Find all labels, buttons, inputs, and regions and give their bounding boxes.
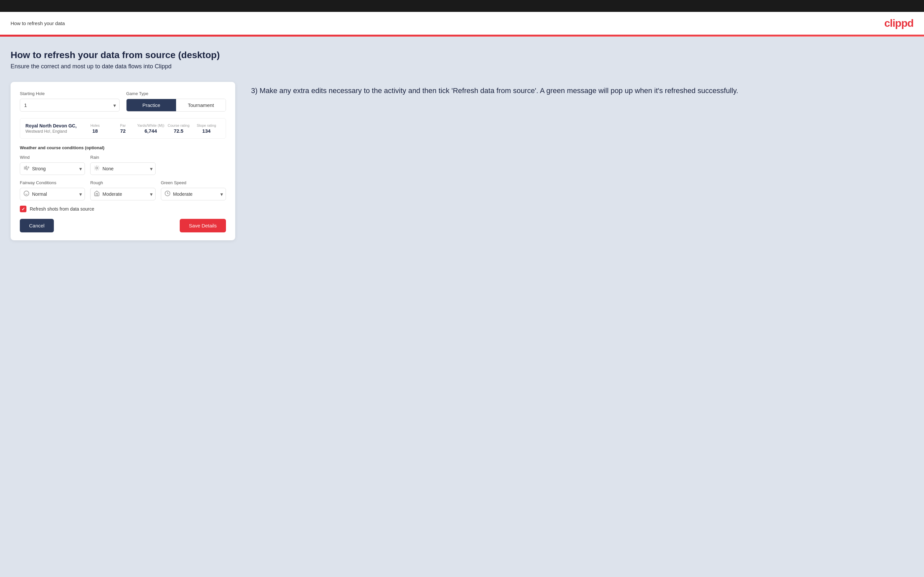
header-title: How to refresh your data: [11, 21, 65, 26]
yards-label: Yards/White (M)): [137, 124, 165, 127]
top-fields-row: Starting Hole 1 ▾ Game Type Practice Tou…: [20, 91, 226, 111]
header: How to refresh your data clippd: [0, 12, 924, 35]
rough-icon: [90, 190, 100, 198]
rain-label: Rain: [90, 155, 155, 160]
starting-hole-label: Starting Hole: [20, 91, 120, 96]
game-type-col: Game Type Practice Tournament: [126, 91, 226, 111]
svg-line-3: [95, 166, 95, 166]
starting-hole-col: Starting Hole 1 ▾: [20, 91, 120, 111]
top-bar: [0, 0, 924, 12]
save-button[interactable]: Save Details: [180, 219, 226, 232]
wind-select-wrapper: Strong None Light Moderate ▾: [20, 163, 85, 175]
logo: clippd: [884, 17, 913, 29]
green-speed-select[interactable]: Moderate Slow Fast: [170, 188, 226, 200]
refresh-checkbox[interactable]: ✓: [20, 206, 26, 212]
green-speed-select-wrapper: Moderate Slow Fast ▾: [161, 188, 226, 200]
slope-rating-label: Slope rating: [192, 124, 220, 127]
wind-rain-row: Wind Strong None Light Moderate ▾: [20, 155, 226, 175]
form-card: Starting Hole 1 ▾ Game Type Practice Tou…: [11, 82, 235, 240]
starting-hole-select[interactable]: 1: [20, 99, 119, 111]
main-content: How to refresh your data from source (de…: [0, 37, 924, 577]
empty-col: [161, 155, 226, 175]
button-row: Cancel Save Details: [20, 219, 226, 232]
side-text: 3) Make any extra edits necessary to the…: [251, 82, 913, 96]
practice-button[interactable]: Practice: [126, 99, 176, 111]
rough-label: Rough: [90, 180, 155, 185]
fairway-select[interactable]: Normal Soft Firm: [29, 188, 84, 200]
page-subheading: Ensure the correct and most up to date d…: [11, 63, 913, 70]
wind-icon: [20, 165, 29, 172]
green-speed-label: Green Speed: [161, 180, 226, 185]
page-heading: How to refresh your data from source (de…: [11, 50, 913, 60]
rough-select-wrapper: Moderate Light Heavy ▾: [90, 188, 155, 200]
slope-rating-value: 134: [192, 128, 220, 134]
course-location: Westward Ho!, England: [26, 129, 81, 134]
rain-select[interactable]: None Light Heavy: [100, 163, 155, 175]
wind-select[interactable]: Strong None Light Moderate: [29, 163, 84, 175]
par-label: Par: [109, 124, 137, 127]
rain-col: Rain None Light Heavy ▾: [90, 155, 155, 175]
course-rating-label: Course rating: [165, 124, 192, 127]
course-info-box: Royal North Devon GC, Westward Ho!, Engl…: [20, 118, 226, 139]
holes-stat: Holes 18: [81, 124, 109, 134]
rain-select-wrapper: None Light Heavy ▾: [90, 163, 155, 175]
game-type-label: Game Type: [126, 91, 226, 96]
fairway-col: Fairway Conditions Normal Soft Firm ▾: [20, 180, 85, 200]
slope-rating-stat: Slope rating 134: [192, 124, 220, 134]
course-name: Royal North Devon GC,: [26, 123, 81, 128]
holes-label: Holes: [81, 124, 109, 127]
refresh-label: Refresh shots from data source: [30, 206, 94, 211]
rough-col: Rough Moderate Light Heavy ▾: [90, 180, 155, 200]
yards-value: 6,744: [137, 128, 165, 134]
par-value: 72: [109, 128, 137, 134]
fairway-icon: [20, 190, 29, 198]
svg-line-8: [99, 166, 99, 166]
fairway-label: Fairway Conditions: [20, 180, 85, 185]
course-rating-stat: Course rating 72.5: [165, 124, 192, 134]
tournament-button[interactable]: Tournament: [176, 99, 226, 111]
refresh-checkbox-row: ✓ Refresh shots from data source: [20, 206, 226, 212]
game-type-toggle: Practice Tournament: [126, 99, 226, 111]
yards-stat: Yards/White (M)) 6,744: [137, 124, 165, 134]
course-rating-value: 72.5: [165, 128, 192, 134]
fairway-select-wrapper: Normal Soft Firm ▾: [20, 188, 85, 200]
checkmark-icon: ✓: [21, 206, 25, 211]
par-stat: Par 72: [109, 124, 137, 134]
conditions-section-title: Weather and course conditions (optional): [20, 145, 226, 150]
content-row: Starting Hole 1 ▾ Game Type Practice Tou…: [11, 82, 913, 240]
svg-point-0: [96, 167, 98, 169]
green-speed-col: Green Speed Moderate Slow Fast ▾: [161, 180, 226, 200]
svg-point-9: [24, 191, 29, 196]
rough-select[interactable]: Moderate Light Heavy: [100, 188, 155, 200]
green-speed-icon: [161, 190, 170, 198]
course-name-col: Royal North Devon GC, Westward Ho!, Engl…: [26, 123, 81, 134]
holes-value: 18: [81, 128, 109, 134]
cancel-button[interactable]: Cancel: [20, 219, 54, 232]
wind-label: Wind: [20, 155, 85, 160]
fairway-rough-green-row: Fairway Conditions Normal Soft Firm ▾: [20, 180, 226, 200]
side-text-content: 3) Make any extra edits necessary to the…: [251, 85, 913, 96]
starting-hole-select-wrapper: 1 ▾: [20, 99, 120, 111]
wind-col: Wind Strong None Light Moderate ▾: [20, 155, 85, 175]
rain-icon: [90, 165, 100, 172]
